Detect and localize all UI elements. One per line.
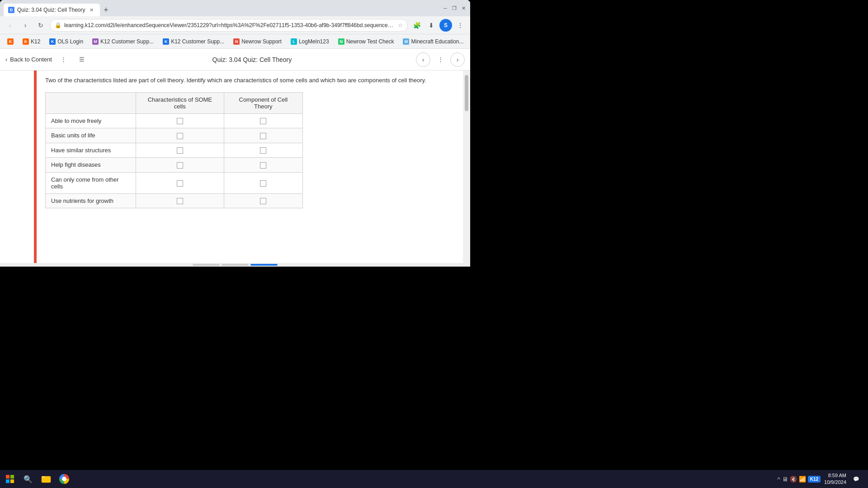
taskbar-file-explorer[interactable] [38, 471, 54, 487]
bookmark-office365[interactable]: O Office 365 [469, 37, 470, 47]
cb-some-1[interactable] [177, 133, 183, 139]
quiz-intro-text: Two of the characteristics listed are pa… [45, 76, 456, 85]
table-header-some-cells: Characteristics of SOME cells [136, 92, 224, 113]
lms-next-button[interactable]: › [450, 52, 465, 67]
bookmark-star-icon[interactable]: ☆ [398, 22, 403, 28]
cb-theory-5[interactable] [260, 198, 266, 204]
cb-theory-1[interactable] [260, 133, 266, 139]
table-row: Basic units of life [46, 128, 303, 143]
checkbox-some-cells-4[interactable] [136, 172, 224, 193]
bookmark-newrow-test[interactable]: N Newrow Test Check [335, 37, 398, 47]
lms-prev-button[interactable]: ‹ [416, 52, 430, 67]
chrome-icon [59, 474, 69, 484]
back-nav-button[interactable]: ‹ [4, 19, 16, 32]
active-tab[interactable]: D Quiz: 3.04 Quiz: Cell Theory ✕ [4, 4, 100, 16]
system-clock[interactable]: 8:59 AM 10/9/2024 [824, 472, 846, 486]
title-bar: D Quiz: 3.04 Quiz: Cell Theory ✕ + ─ ❐ ✕ [0, 0, 470, 16]
reload-button[interactable]: ↻ [34, 19, 47, 32]
table-row: Use nutrients for growth [46, 193, 303, 208]
lock-icon: 🔒 [55, 22, 61, 28]
bookmark-ols-login[interactable]: K OLS Login [46, 37, 87, 47]
address-bar[interactable]: 🔒 learning.k12.com/d2l/le/enhancedSequen… [50, 19, 408, 32]
support-favicon: K [163, 38, 169, 45]
checkbox-cell-theory-4[interactable] [224, 172, 302, 193]
back-to-content-button[interactable]: ‹ Back to Content [5, 56, 52, 63]
forward-nav-button[interactable]: › [19, 19, 32, 32]
cb-some-0[interactable] [177, 118, 183, 124]
windows-logo [6, 475, 14, 483]
myinfo-favicon: M [92, 38, 99, 45]
bookmark-logmein[interactable]: L LogMeIn123 [287, 37, 333, 47]
tab-close-button[interactable]: ✕ [88, 6, 95, 14]
k12-tray-badge[interactable]: K12 [808, 476, 821, 483]
logmein-favicon: L [291, 38, 297, 45]
scrollbar-thumb[interactable] [465, 75, 468, 111]
checkbox-some-cells-1[interactable] [136, 128, 224, 143]
hamburger-menu-button[interactable]: ☰ [75, 53, 88, 66]
cb-some-3[interactable] [177, 162, 183, 169]
checkbox-some-cells-0[interactable] [136, 113, 224, 128]
checkbox-cell-theory-0[interactable] [224, 113, 302, 128]
more-tools-button[interactable]: ⋮ [454, 19, 467, 32]
checkbox-some-cells-2[interactable] [136, 143, 224, 158]
checkbox-cell-theory-3[interactable] [224, 158, 302, 173]
bookmark-newrow[interactable]: N Newrow Support [230, 37, 285, 47]
lms-title: Quiz: 3.04 Quiz: Cell Theory [94, 56, 410, 63]
clock-time: 8:59 AM [824, 472, 846, 479]
download-button[interactable]: ⬇ [425, 19, 438, 32]
bookmark-k12[interactable]: K K12 [19, 37, 44, 47]
cb-theory-2[interactable] [260, 147, 266, 154]
minimize-button[interactable]: ─ [442, 5, 448, 11]
bookmark-k12-icon[interactable]: K [4, 37, 17, 47]
profile-button[interactable]: S [439, 19, 452, 32]
quiz-table: Characteristics of SOME cells Component … [45, 92, 303, 209]
table-row: Help fight diseases [46, 158, 303, 173]
lms-more-options-button[interactable]: ⋮ [434, 53, 447, 66]
close-button[interactable]: ✕ [460, 5, 467, 11]
cb-theory-4[interactable] [260, 180, 266, 187]
k12-favicon2: K [23, 38, 29, 45]
checkbox-some-cells-3[interactable] [136, 158, 224, 173]
minecraft-favicon: M [403, 38, 409, 45]
bookmark-my-info[interactable]: M K12 Customer Supp... [89, 37, 157, 47]
cb-some-2[interactable] [177, 147, 183, 154]
extensions-button[interactable]: 🧩 [410, 19, 423, 32]
k12-favicon: K [7, 38, 14, 45]
address-bar-row: ‹ › ↻ 🔒 learning.k12.com/d2l/le/enhanced… [0, 16, 470, 34]
notification-button[interactable]: 💬 [850, 473, 863, 485]
tray-speaker-icon[interactable]: 🔇 [790, 476, 797, 483]
restore-button[interactable]: ❐ [451, 5, 458, 11]
tray-wifi-icon[interactable]: 📶 [799, 476, 806, 483]
cb-some-4[interactable] [177, 180, 183, 187]
new-tab-button[interactable]: + [100, 4, 113, 16]
table-row: Can only come from other cells [46, 172, 303, 193]
table-row: Able to move freely [46, 113, 303, 128]
bookmark-k12-support[interactable]: K K12 Customer Supp... [159, 37, 228, 47]
lms-menu-dots-button[interactable]: ⋮ [57, 53, 70, 66]
checkbox-cell-theory-2[interactable] [224, 143, 302, 158]
bookmark-minecraft-label: Minecraft Education... [411, 38, 463, 45]
tab-favicon: D [8, 7, 14, 13]
bookmark-newrowtest-label: Newrow Test Check [346, 38, 394, 45]
bookmark-myinfo-label: K12 Customer Supp... [100, 38, 154, 45]
tray-chevron-icon[interactable]: ^ [778, 476, 780, 483]
tray-network-icon[interactable]: 🖥 [782, 476, 788, 483]
scrollbar[interactable] [463, 70, 470, 263]
checkbox-cell-theory-1[interactable] [224, 128, 302, 143]
cb-some-5[interactable] [177, 198, 183, 204]
checkbox-some-cells-5[interactable] [136, 193, 224, 208]
checkbox-cell-theory-5[interactable] [224, 193, 302, 208]
bookmark-support-label: K12 Customer Supp... [171, 38, 224, 45]
toolbar-icons: 🧩 ⬇ S ⋮ [410, 19, 467, 32]
cb-theory-3[interactable] [260, 162, 266, 169]
tab-bar: D Quiz: 3.04 Quiz: Cell Theory ✕ + [4, 0, 437, 16]
lms-header: ‹ Back to Content ⋮ ☰ Quiz: 3.04 Quiz: C… [0, 49, 470, 70]
taskbar-search-button[interactable]: 🔍 [20, 471, 36, 487]
table-row: Have similar structures [46, 143, 303, 158]
bookmark-minecraft[interactable]: M Minecraft Education... [399, 37, 467, 47]
newrow-favicon: N [233, 38, 240, 45]
taskbar: 🔍 ^ 🖥 🔇 📶 K12 8:59 AM 10/9/2024 💬 [0, 470, 868, 488]
start-button[interactable] [2, 471, 18, 487]
cb-theory-0[interactable] [260, 118, 266, 124]
taskbar-chrome[interactable] [56, 471, 72, 487]
